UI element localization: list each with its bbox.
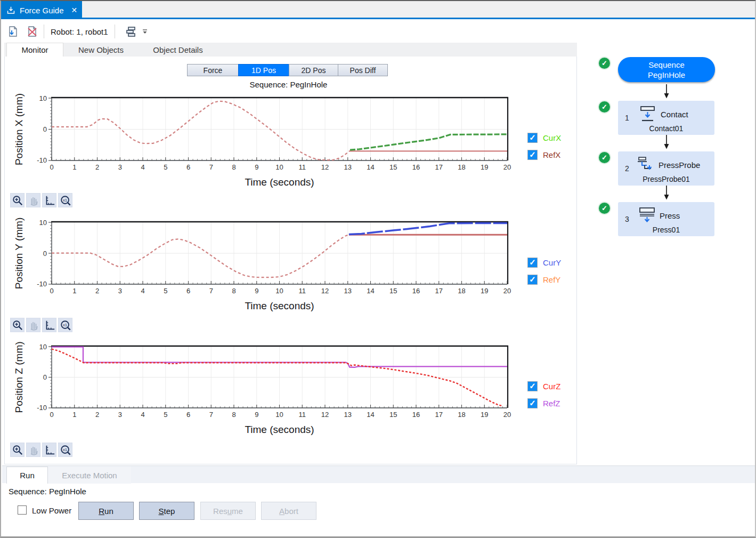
legend-refx: ✓RefX xyxy=(527,149,560,160)
bottom-sequence-label: Sequence: PegInHole xyxy=(9,487,86,496)
window-tab-title: Force Guide xyxy=(20,6,64,15)
legend-checkbox-refx[interactable]: ✓ xyxy=(527,150,538,160)
status-check-icon: ✓ xyxy=(598,202,611,215)
legend-label-curx: CurX xyxy=(543,133,561,142)
document-tabs: Monitor New Objects Object Details xyxy=(4,43,577,57)
pan-button[interactable] xyxy=(26,193,40,207)
zoom-reset-button[interactable]: x1 xyxy=(58,318,72,332)
legend-refy: ✓RefY xyxy=(527,274,560,285)
tab-monitor[interactable]: Monitor xyxy=(6,43,63,57)
legend-checkbox-refy[interactable]: ✓ xyxy=(527,275,538,285)
zoom-in-button[interactable] xyxy=(10,443,25,457)
pan-button[interactable] xyxy=(26,443,40,457)
bottom-tab-row: Run Execute Motion xyxy=(2,465,756,483)
svg-text:x1: x1 xyxy=(62,198,67,203)
status-check-icon: ✓ xyxy=(598,151,611,164)
resume-button[interactable]: Resume xyxy=(200,502,256,520)
step-type-label: Contact xyxy=(661,110,688,119)
step-number: 2 xyxy=(625,164,629,173)
chart3-zoom-toolbar: x1 xyxy=(10,443,72,457)
run-button[interactable]: Run xyxy=(78,502,134,520)
zoom-in-button[interactable] xyxy=(10,318,25,332)
step-name-label: Press01 xyxy=(618,226,714,234)
view-button-1d-pos[interactable]: 1D Pos xyxy=(238,64,289,76)
chart1-zoom-toolbar: x1 xyxy=(10,193,72,207)
legend-label-cury: CurY xyxy=(543,258,561,267)
legend-label-refz: RefZ xyxy=(543,399,560,408)
sequence-root-line1: Sequence xyxy=(648,60,685,70)
force-guide-tab[interactable]: Force Guide ✕ xyxy=(1,1,82,19)
legend-curx: ✓CurX xyxy=(527,132,561,143)
sequence-root-line2: PegInHole xyxy=(648,70,685,80)
close-icon[interactable]: ✕ xyxy=(71,6,78,14)
view-button-pos-diff[interactable]: Pos Diff xyxy=(338,64,388,76)
svg-text:x1: x1 xyxy=(62,447,67,452)
view-mode-buttons: Force 1D Pos 2D Pos Pos Diff xyxy=(188,64,388,76)
layout-button[interactable] xyxy=(124,24,139,39)
axis-scale-button[interactable] xyxy=(42,318,56,332)
sequence-step-contact[interactable]: 1 Contact Contact01 xyxy=(618,101,714,135)
legend-checkbox-refz[interactable]: ✓ xyxy=(527,398,538,408)
axis-scale-button[interactable] xyxy=(42,443,56,457)
tab-new-objects[interactable]: New Objects xyxy=(63,43,139,57)
legend-label-refx: RefX xyxy=(543,150,560,159)
step-button[interactable]: Step xyxy=(139,502,194,520)
contact-icon xyxy=(637,105,657,123)
step-type-label: PressProbe xyxy=(659,160,700,170)
monitor-sequence-label: Sequence: PegInHole xyxy=(188,80,389,89)
toolbar-overflow-button[interactable] xyxy=(142,28,148,35)
tab-execute-motion[interactable]: Execute Motion xyxy=(48,467,131,484)
flow-arrow-icon xyxy=(663,84,670,99)
zoom-in-button[interactable] xyxy=(10,193,25,207)
legend-checkbox-curz[interactable]: ✓ xyxy=(527,381,538,391)
force-guide-icon xyxy=(6,6,15,15)
chart2-zoom-toolbar: x1 xyxy=(10,318,72,332)
sequence-step-press[interactable]: 3 Press Press01 xyxy=(618,202,714,236)
step-type-label: Press xyxy=(660,211,680,220)
tab-object-details[interactable]: Object Details xyxy=(139,43,217,57)
monitor-panel xyxy=(4,57,577,464)
legend-checkbox-cury[interactable]: ✓ xyxy=(527,258,538,268)
press-icon xyxy=(637,206,656,224)
toolbar-separator xyxy=(115,25,115,38)
status-check-icon: ✓ xyxy=(598,100,611,114)
zoom-reset-button[interactable]: x1 xyxy=(58,193,72,207)
tab-run[interactable]: Run xyxy=(6,467,48,484)
toolbar-separator xyxy=(44,25,44,38)
pressprobe-icon xyxy=(637,156,655,174)
step-name-label: Contact01 xyxy=(618,124,714,133)
legend-curz: ✓CurZ xyxy=(527,381,560,391)
main-toolbar: Robot: 1, robot1 xyxy=(1,21,755,42)
step-number: 3 xyxy=(625,215,629,223)
low-power-label: Low Power xyxy=(32,506,71,515)
clear-data-button[interactable] xyxy=(25,24,39,39)
legend-checkbox-curx[interactable]: ✓ xyxy=(527,133,538,143)
status-check-icon: ✓ xyxy=(598,57,611,70)
force-guide-window: Force Guide ✕ Robot: 1, robot1 Monitor N… xyxy=(0,0,756,538)
view-button-2d-pos[interactable]: 2D Pos xyxy=(289,64,338,76)
step-number: 1 xyxy=(625,114,629,122)
flow-arrow-icon xyxy=(663,135,670,150)
flow-arrow-icon xyxy=(663,186,670,200)
window-tab-strip: Force Guide ✕ xyxy=(1,1,755,19)
pan-button[interactable] xyxy=(26,318,40,332)
legend-cury: ✓CurY xyxy=(527,257,561,268)
legend-refz: ✓RefZ xyxy=(527,398,560,408)
view-button-force[interactable]: Force xyxy=(187,64,239,76)
abort-button[interactable]: Abort xyxy=(261,502,316,520)
legend-label-curz: CurZ xyxy=(543,382,560,391)
zoom-reset-button[interactable]: x1 xyxy=(58,443,72,457)
sequence-step-pressprobe[interactable]: 2 PressProbe PressProbe01 xyxy=(618,151,714,186)
axis-scale-button[interactable] xyxy=(42,193,56,207)
sequence-root-node[interactable]: Sequence PegInHole xyxy=(618,57,715,82)
robot-label: Robot: 1, robot1 xyxy=(48,27,110,36)
low-power-checkbox[interactable] xyxy=(18,505,27,515)
svg-text:x1: x1 xyxy=(62,323,67,327)
save-report-button[interactable] xyxy=(5,24,20,39)
legend-label-refy: RefY xyxy=(543,275,560,284)
step-name-label: PressProbe01 xyxy=(618,175,714,183)
